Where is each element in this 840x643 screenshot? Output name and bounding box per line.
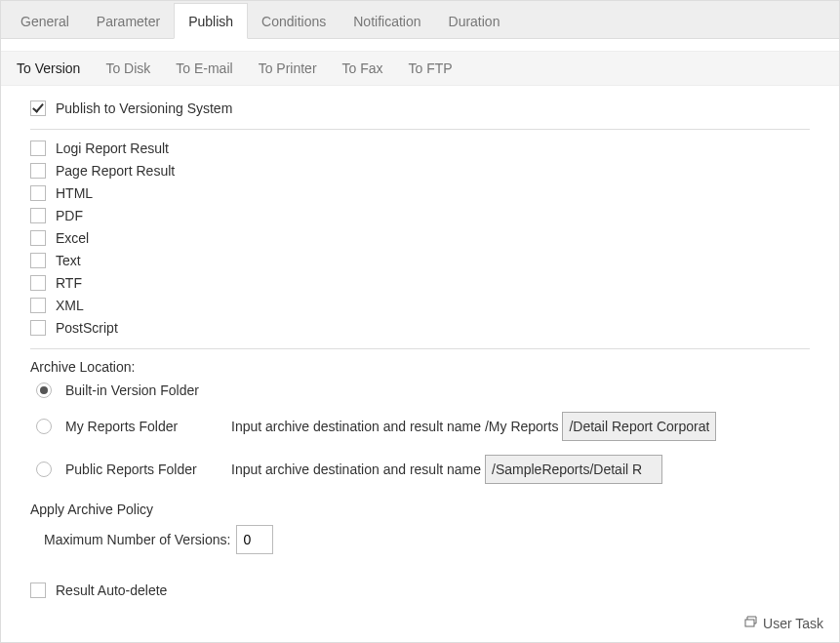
checkbox-pdf[interactable] — [30, 208, 46, 223]
subtab-to-disk[interactable]: To Disk — [96, 53, 160, 84]
radio-my-reports-folder[interactable] — [36, 419, 52, 434]
user-task-link[interactable]: User Task — [743, 614, 823, 632]
tab-parameter[interactable]: Parameter — [83, 4, 174, 38]
divider — [30, 129, 810, 130]
checkbox-rtf[interactable] — [30, 275, 46, 291]
checkbox-postscript[interactable] — [30, 320, 46, 336]
checkbox-label: PostScript — [56, 320, 118, 336]
radio-builtin-folder[interactable] — [36, 382, 52, 398]
top-tab-bar: General Parameter Publish Conditions Not… — [1, 1, 839, 39]
subtab-to-email[interactable]: To E-mail — [166, 53, 242, 84]
subtab-to-version[interactable]: To Version — [7, 53, 90, 84]
subtab-to-ftp[interactable]: To FTP — [399, 53, 462, 84]
radio-label: Built-in Version Folder — [65, 382, 231, 398]
divider — [30, 348, 810, 349]
checkbox-label: Excel — [56, 230, 89, 246]
subtab-to-printer[interactable]: To Printer — [249, 53, 327, 84]
checkbox-label: XML — [56, 298, 84, 313]
radio-label: My Reports Folder — [65, 419, 231, 434]
user-task-icon — [743, 614, 763, 632]
checkbox-logi-report-result[interactable] — [30, 141, 46, 156]
checkbox-result-auto-delete[interactable] — [30, 583, 46, 598]
radio-label: Public Reports Folder — [65, 462, 231, 477]
checkbox-excel[interactable] — [30, 230, 46, 246]
user-task-label: User Task — [763, 616, 823, 631]
archive-location-heading: Archive Location: — [30, 359, 810, 375]
max-versions-label: Maximum Number of Versions: — [44, 532, 230, 547]
destination-label: Input archive destination and result nam… — [231, 419, 558, 434]
myreports-destination-input[interactable] — [562, 412, 716, 441]
checkbox-label: Publish to Versioning System — [56, 100, 232, 116]
max-versions-input[interactable] — [236, 525, 273, 554]
tab-general[interactable]: General — [7, 4, 83, 38]
checkbox-label: HTML — [56, 185, 93, 201]
checkbox-label: Text — [56, 253, 81, 268]
checkbox-label: PDF — [56, 208, 83, 223]
radio-public-reports-folder[interactable] — [36, 462, 52, 477]
tab-conditions[interactable]: Conditions — [248, 4, 340, 38]
checkbox-label: RTF — [56, 275, 82, 291]
tab-publish[interactable]: Publish — [174, 3, 248, 39]
sub-tab-bar: To Version To Disk To E-mail To Printer … — [1, 51, 839, 86]
checkbox-text[interactable] — [30, 253, 46, 268]
checkbox-label: Result Auto-delete — [56, 583, 167, 598]
svg-rect-0 — [745, 620, 754, 626]
publish-content: Publish to Versioning System Logi Report… — [1, 86, 839, 614]
checkbox-publish-versioning[interactable] — [30, 100, 46, 116]
public-destination-input[interactable] — [485, 455, 662, 484]
checkbox-page-report-result[interactable] — [30, 163, 46, 179]
destination-label: Input archive destination and result nam… — [231, 462, 481, 477]
tab-duration[interactable]: Duration — [435, 4, 514, 38]
checkbox-html[interactable] — [30, 185, 46, 201]
tab-notification[interactable]: Notification — [340, 4, 434, 38]
checkbox-label: Page Report Result — [56, 163, 175, 179]
apply-archive-policy-heading: Apply Archive Policy — [30, 502, 810, 517]
checkbox-label: Logi Report Result — [56, 141, 169, 156]
subtab-to-fax[interactable]: To Fax — [333, 53, 393, 84]
checkbox-xml[interactable] — [30, 298, 46, 313]
